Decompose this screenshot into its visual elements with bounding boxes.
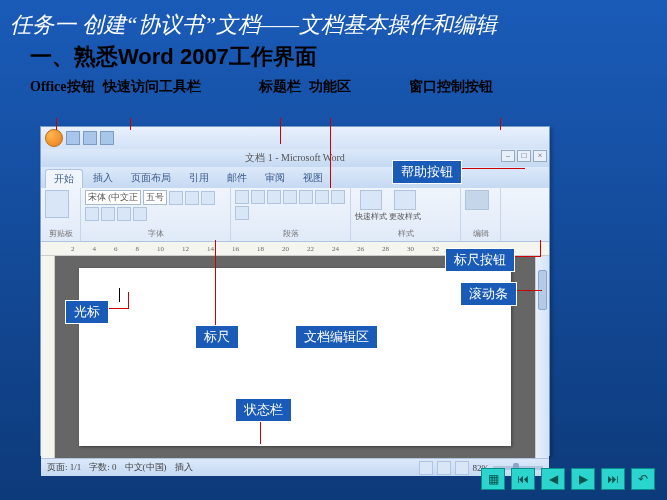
change-styles-label: 更改样式 <box>389 211 421 222</box>
bold-button[interactable] <box>169 191 183 205</box>
label-ribbon: 功能区 <box>309 78 351 96</box>
slide-subtitle: 一、熟悉Word 2007工作界面 <box>0 40 667 78</box>
label-winctrl: 窗口控制按钮 <box>409 78 493 96</box>
quick-styles-label: 快速样式 <box>355 211 387 222</box>
pointer-line <box>56 118 57 130</box>
callout-scrollbar: 滚动条 <box>460 282 517 306</box>
group-label: 段落 <box>235 228 346 239</box>
align-center-button[interactable] <box>315 190 329 204</box>
justify-button[interactable] <box>235 206 249 220</box>
group-label: 字体 <box>85 228 226 239</box>
status-words: 字数: 0 <box>89 461 116 474</box>
find-button[interactable] <box>465 190 489 210</box>
top-labels-row: Office按钮 快速访问工具栏 标题栏 功能区 窗口控制按钮 <box>0 78 667 100</box>
group-font: 宋体 (中文正 五号 字体 <box>81 188 231 241</box>
callout-edit-area: 文档编辑区 <box>295 325 378 349</box>
tab-mailings[interactable]: 邮件 <box>219 169 255 188</box>
minimize-button[interactable]: – <box>501 150 515 162</box>
nav-home-button[interactable]: ▦ <box>481 468 505 490</box>
pointer-line <box>280 118 281 144</box>
ruler-vertical <box>41 256 55 458</box>
italic-button[interactable] <box>185 191 199 205</box>
label-titlebar: 标题栏 <box>259 78 301 96</box>
font-name-select[interactable]: 宋体 (中文正 <box>85 190 141 205</box>
group-paragraph: 段落 <box>231 188 351 241</box>
title-bar: 文档 1 - Microsoft Word – □ × <box>41 149 549 167</box>
tab-view[interactable]: 视图 <box>295 169 331 188</box>
ribbon-tabs: 开始 插入 页面布局 引用 邮件 审阅 视图 <box>41 167 549 188</box>
status-lang: 中文(中国) <box>125 461 167 474</box>
text-cursor <box>119 288 120 302</box>
quick-styles-button[interactable] <box>360 190 382 210</box>
ribbon: 剪贴板 宋体 (中文正 五号 字体 <box>41 188 549 242</box>
label-qat: 快速访问工具栏 <box>103 78 201 96</box>
callout-ruler-btn: 标尺按钮 <box>445 248 515 272</box>
slide-title: 任务一 创建“协议书”文档——文档基本操作和编辑 <box>0 0 667 40</box>
status-mode: 插入 <box>175 461 193 474</box>
tab-review[interactable]: 审阅 <box>257 169 293 188</box>
paste-button[interactable] <box>45 190 69 218</box>
sub-button[interactable] <box>101 207 115 221</box>
sup-button[interactable] <box>117 207 131 221</box>
view-read-icon[interactable] <box>437 461 451 475</box>
group-styles: 快速样式 更改样式 样式 <box>351 188 461 241</box>
nav-next-button[interactable]: ▶ <box>571 468 595 490</box>
scrollbar-vertical[interactable] <box>535 256 549 458</box>
nav-prev-button[interactable]: ◀ <box>541 468 565 490</box>
tab-insert[interactable]: 插入 <box>85 169 121 188</box>
maximize-button[interactable]: □ <box>517 150 531 162</box>
group-clipboard: 剪贴板 <box>41 188 81 241</box>
label-office: Office按钮 <box>30 78 95 96</box>
window-controls: – □ × <box>501 150 547 162</box>
pointer-line <box>128 292 129 309</box>
tab-home[interactable]: 开始 <box>45 169 83 188</box>
page[interactable] <box>79 268 511 446</box>
callout-help: 帮助按钮 <box>392 160 462 184</box>
undo-icon[interactable] <box>83 131 97 145</box>
tab-references[interactable]: 引用 <box>181 169 217 188</box>
group-label: 剪贴板 <box>45 228 76 239</box>
bullets-button[interactable] <box>235 190 249 204</box>
change-styles-button[interactable] <box>394 190 416 210</box>
pointer-line <box>500 118 501 130</box>
group-editing: 编辑 <box>461 188 501 241</box>
redo-icon[interactable] <box>100 131 114 145</box>
group-label: 样式 <box>355 228 456 239</box>
view-web-icon[interactable] <box>455 461 469 475</box>
align-left-button[interactable] <box>299 190 313 204</box>
quick-access-toolbar <box>41 127 549 149</box>
nav-last-button[interactable]: ⏭ <box>601 468 625 490</box>
callout-cursor: 光标 <box>65 300 109 324</box>
callout-ruler: 标尺 <box>195 325 239 349</box>
align-right-button[interactable] <box>331 190 345 204</box>
pointer-line <box>455 168 525 169</box>
tab-layout[interactable]: 页面布局 <box>123 169 179 188</box>
nav-first-button[interactable]: ⏮ <box>511 468 535 490</box>
color-button[interactable] <box>133 207 147 221</box>
group-label: 编辑 <box>465 228 496 239</box>
pointer-line <box>215 240 216 325</box>
save-icon[interactable] <box>66 131 80 145</box>
pointer-line <box>130 118 131 130</box>
office-button[interactable] <box>45 129 63 147</box>
numbering-button[interactable] <box>251 190 265 204</box>
strike-button[interactable] <box>85 207 99 221</box>
view-print-icon[interactable] <box>419 461 433 475</box>
indent-inc-button[interactable] <box>283 190 297 204</box>
close-button[interactable]: × <box>533 150 547 162</box>
slide-nav: ▦ ⏮ ◀ ▶ ⏭ ↶ <box>481 468 655 490</box>
nav-return-button[interactable]: ↶ <box>631 468 655 490</box>
underline-button[interactable] <box>201 191 215 205</box>
font-size-select[interactable]: 五号 <box>143 190 167 205</box>
pointer-line <box>330 118 331 188</box>
callout-statusbar: 状态栏 <box>235 398 292 422</box>
pointer-line <box>540 240 541 257</box>
indent-dec-button[interactable] <box>267 190 281 204</box>
status-bar: 页面: 1/1 字数: 0 中文(中国) 插入 82% <box>41 458 549 476</box>
status-page: 页面: 1/1 <box>47 461 81 474</box>
